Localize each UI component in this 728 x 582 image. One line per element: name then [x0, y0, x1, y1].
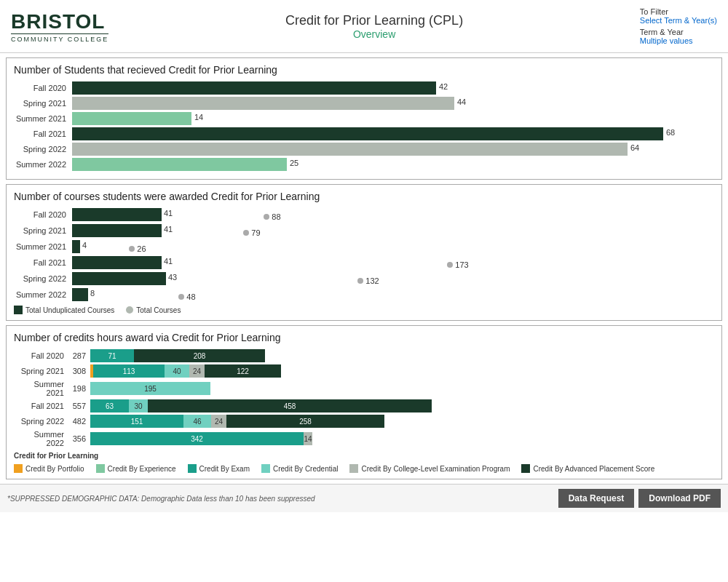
bar-label: Summer 2021 — [14, 114, 72, 123]
chart1-row: Spring 2022 64 — [14, 143, 714, 156]
seg: 46 — [183, 415, 211, 428]
chart2-section: Number of courses students were awarded … — [6, 184, 722, 321]
bar-label: Spring 2022 — [14, 274, 72, 283]
bar-track: 41 88 — [72, 208, 714, 221]
filter-hint: To Filter — [640, 7, 717, 16]
chart2-row: Summer 2021 4 26 — [14, 240, 714, 253]
chart3-section: Number of credits hours award via Credit… — [6, 325, 722, 479]
chart1-section: Number of Students that recieved Credit … — [6, 57, 722, 180]
page-subtitle: Overview — [285, 28, 463, 40]
stacked-total: 557 — [68, 402, 90, 410]
stacked-label: Summer 2021 — [14, 380, 68, 397]
download-pdf-button[interactable]: Download PDF — [638, 489, 721, 508]
legend-label: Credit By Experience — [108, 465, 176, 473]
stacked-total: 482 — [68, 417, 90, 426]
bar-label: Summer 2021 — [14, 242, 72, 251]
seg: 195 — [90, 382, 210, 395]
stacked-label: Spring 2022 — [14, 417, 68, 426]
chart3-legend-item: Credit By Advanced Placement Score — [521, 464, 654, 473]
stacked-total: 198 — [68, 384, 90, 393]
seg: 258 — [226, 415, 384, 428]
legend-swatch — [261, 464, 270, 473]
filter-term-value: Multiple values — [640, 36, 717, 45]
dot-marker: 48 — [178, 291, 196, 301]
chart1-row: Summer 2022 25 — [14, 158, 714, 171]
dot-marker: 173 — [447, 259, 469, 269]
bar-track: 42 — [72, 81, 714, 95]
chart3-legend-section: Credit for Prior Learning Credit By Port… — [14, 452, 714, 473]
seg: 24 — [189, 364, 205, 378]
legend-label: Credit By Credential — [273, 465, 338, 473]
seg: 122 — [205, 364, 281, 378]
bar-unduplicated-value: 4 — [82, 241, 87, 250]
stacked-total: 356 — [68, 434, 90, 443]
bar-label: Fall 2020 — [14, 84, 72, 92]
stacked-label: Fall 2020 — [14, 351, 68, 360]
dot-marker: 26 — [129, 243, 146, 253]
stacked-bars: 151 46 24 258 — [90, 415, 714, 428]
chart3-legend-item: Credit By Credential — [261, 464, 338, 473]
legend-swatch — [349, 464, 358, 473]
dot-marker: 79 — [243, 227, 261, 237]
bar-track: 14 — [72, 112, 714, 125]
chart1-row: Spring 2021 44 — [14, 97, 714, 110]
legend-label: Credit By Exam — [199, 465, 250, 473]
legend-swatch — [14, 464, 23, 473]
bar-value: 25 — [290, 159, 298, 167]
seg: 113 — [93, 364, 165, 378]
stacked-bars: 71 208 — [90, 349, 714, 362]
bar-track: 41 173 — [72, 256, 714, 269]
bar-track: 25 — [72, 158, 714, 171]
legend-label: Credit By College-Level Examination Prog… — [361, 465, 510, 473]
bar-label: Spring 2021 — [14, 226, 72, 235]
bar-track: 43 132 — [72, 272, 714, 285]
bar-label: Fall 2020 — [14, 210, 72, 219]
header: BRISTOL COMMUNITY COLLEGE Credit for Pri… — [0, 0, 728, 53]
footer-note: *SUPPRESSED DEMOGRAPHIC DATA: Demographi… — [7, 495, 554, 503]
seg: 14 — [304, 432, 312, 445]
filter-panel: To Filter Select Term & Year(s) Term & Y… — [640, 7, 717, 45]
legend-total: Total Courses — [126, 306, 181, 314]
chart3-body: Fall 2020 287 71 208 Spring 2021 308 113… — [14, 349, 714, 447]
stacked-label: Summer 2022 — [14, 430, 68, 447]
bar-label: Spring 2021 — [14, 99, 72, 108]
stacked-label: Spring 2021 — [14, 367, 68, 375]
bar-value: 44 — [457, 97, 466, 106]
chart1-body: Fall 2020 42 Spring 2021 44 Summer 2021 … — [14, 81, 714, 171]
legend-swatch — [96, 464, 105, 473]
chart3-title: Number of credits hours award via Credit… — [14, 332, 714, 343]
chart1-row: Fall 2020 42 — [14, 81, 714, 95]
seg: 30 — [129, 399, 148, 412]
chart3-legend-item: Credit By College-Level Examination Prog… — [349, 464, 510, 473]
bar-value: 42 — [439, 82, 448, 91]
dot-marker: 132 — [357, 275, 379, 285]
legend-swatch — [188, 464, 197, 473]
chart3-row: Fall 2020 287 71 208 — [14, 349, 714, 362]
chart3-legend-item: Credit By Experience — [96, 464, 176, 473]
bar-track: 41 79 — [72, 224, 714, 237]
bar-unduplicated-value: 43 — [168, 273, 177, 282]
bar-value: 68 — [666, 128, 675, 137]
bar-unduplicated-value: 41 — [164, 257, 173, 266]
logo-bristol: BRISTOL — [11, 10, 105, 33]
bar-value: 14 — [194, 113, 203, 121]
stacked-bars: 63 30 458 — [90, 399, 714, 412]
bar-track: 64 — [72, 143, 714, 156]
stacked-bars: 342 14 — [90, 432, 714, 445]
bar-track: 44 — [72, 97, 714, 110]
logo-community: COMMUNITY COLLEGE — [11, 33, 108, 43]
stacked-bars: 195 — [90, 382, 714, 395]
bar-track: 68 — [72, 127, 714, 140]
data-request-button[interactable]: Data Request — [558, 489, 635, 508]
stacked-bars: 113 40 24 122 — [90, 364, 714, 378]
bar-unduplicated-value: 41 — [164, 209, 173, 218]
chart2-row: Spring 2022 43 132 — [14, 272, 714, 285]
chart2-body: Fall 2020 41 88 Spring 2021 41 79 Summer… — [14, 208, 714, 301]
stacked-total: 287 — [68, 351, 90, 360]
bar-track: 8 48 — [72, 288, 714, 301]
chart2-legend: Total Unduplicated Courses Total Courses — [14, 306, 714, 314]
logo: BRISTOL COMMUNITY COLLEGE — [11, 10, 108, 43]
seg: 151 — [90, 415, 183, 428]
chart2-row: Spring 2021 41 79 — [14, 224, 714, 237]
bar-label: Spring 2022 — [14, 145, 72, 154]
